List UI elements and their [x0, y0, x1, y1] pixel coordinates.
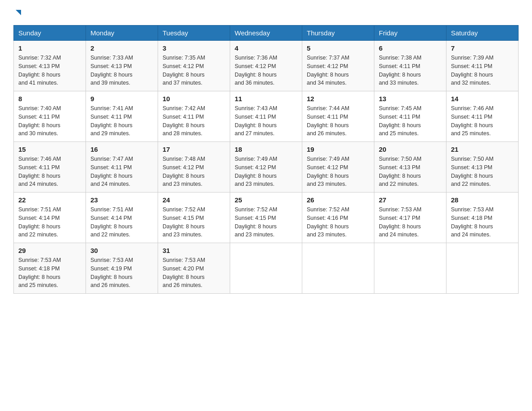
day-number: 16: [90, 146, 153, 153]
calendar-day-cell: 16 Sunrise: 7:47 AM Sunset: 4:11 PM Dayl…: [86, 142, 158, 193]
day-info: Sunrise: 7:43 AM Sunset: 4:11 PM Dayligh…: [235, 104, 297, 138]
day-number: 26: [307, 196, 369, 204]
calendar-day-cell: 13 Sunrise: 7:45 AM Sunset: 4:11 PM Dayl…: [374, 91, 446, 142]
calendar-day-cell: 20 Sunrise: 7:50 AM Sunset: 4:13 PM Dayl…: [374, 142, 446, 193]
day-number: 5: [307, 44, 369, 52]
weekday-header-saturday: Saturday: [446, 26, 519, 41]
calendar-day-cell: 18 Sunrise: 7:49 AM Sunset: 4:12 PM Dayl…: [230, 142, 302, 193]
day-number: 10: [163, 95, 225, 103]
day-number: 6: [379, 44, 442, 52]
calendar-day-cell: 23 Sunrise: 7:51 AM Sunset: 4:14 PM Dayl…: [86, 193, 158, 243]
day-info: Sunrise: 7:51 AM Sunset: 4:14 PM Dayligh…: [18, 206, 81, 239]
day-number: 29: [18, 247, 81, 254]
calendar-day-cell: 9 Sunrise: 7:41 AM Sunset: 4:11 PM Dayli…: [86, 91, 158, 142]
calendar-day-cell: 11 Sunrise: 7:43 AM Sunset: 4:11 PM Dayl…: [230, 91, 302, 142]
day-number: 2: [90, 44, 153, 52]
day-info: Sunrise: 7:53 AM Sunset: 4:17 PM Dayligh…: [379, 206, 442, 239]
day-info: Sunrise: 7:42 AM Sunset: 4:11 PM Dayligh…: [163, 104, 225, 138]
day-number: 3: [163, 44, 225, 52]
day-number: 21: [451, 146, 514, 153]
calendar-day-cell: 3 Sunrise: 7:35 AM Sunset: 4:12 PM Dayli…: [158, 41, 230, 91]
day-info: Sunrise: 7:36 AM Sunset: 4:12 PM Dayligh…: [235, 54, 297, 87]
calendar-day-cell: 26 Sunrise: 7:52 AM Sunset: 4:16 PM Dayl…: [302, 193, 374, 243]
day-info: Sunrise: 7:52 AM Sunset: 4:16 PM Dayligh…: [307, 206, 369, 239]
day-info: Sunrise: 7:52 AM Sunset: 4:15 PM Dayligh…: [235, 206, 297, 239]
day-info: Sunrise: 7:46 AM Sunset: 4:11 PM Dayligh…: [451, 104, 514, 138]
weekday-header-tuesday: Tuesday: [158, 26, 230, 41]
day-info: Sunrise: 7:48 AM Sunset: 4:12 PM Dayligh…: [163, 155, 225, 188]
day-number: 27: [379, 196, 442, 204]
page-header: [13, 9, 519, 18]
day-number: 25: [235, 196, 297, 204]
day-info: Sunrise: 7:47 AM Sunset: 4:11 PM Dayligh…: [90, 155, 153, 188]
day-number: 20: [379, 146, 442, 153]
calendar-day-cell: 30 Sunrise: 7:53 AM Sunset: 4:19 PM Dayl…: [86, 243, 158, 294]
day-info: Sunrise: 7:41 AM Sunset: 4:11 PM Dayligh…: [90, 104, 153, 138]
day-number: 28: [451, 196, 514, 204]
weekday-header-thursday: Thursday: [302, 26, 374, 41]
day-info: Sunrise: 7:49 AM Sunset: 4:12 PM Dayligh…: [235, 155, 297, 188]
svg-marker-0: [16, 10, 21, 15]
day-info: Sunrise: 7:53 AM Sunset: 4:18 PM Dayligh…: [451, 206, 514, 239]
day-info: Sunrise: 7:53 AM Sunset: 4:20 PM Dayligh…: [163, 256, 225, 290]
day-info: Sunrise: 7:38 AM Sunset: 4:11 PM Dayligh…: [379, 54, 442, 87]
calendar-week-row: 8 Sunrise: 7:40 AM Sunset: 4:11 PM Dayli…: [14, 91, 519, 142]
day-number: 18: [235, 146, 297, 153]
calendar-week-row: 29 Sunrise: 7:53 AM Sunset: 4:18 PM Dayl…: [14, 243, 519, 294]
day-number: 11: [235, 95, 297, 103]
day-info: Sunrise: 7:33 AM Sunset: 4:13 PM Dayligh…: [90, 54, 153, 87]
calendar-day-cell: 22 Sunrise: 7:51 AM Sunset: 4:14 PM Dayl…: [14, 193, 86, 243]
day-info: Sunrise: 7:52 AM Sunset: 4:15 PM Dayligh…: [163, 206, 225, 239]
empty-cell: [302, 243, 374, 294]
calendar-week-row: 1 Sunrise: 7:32 AM Sunset: 4:13 PM Dayli…: [14, 41, 519, 91]
calendar-day-cell: 10 Sunrise: 7:42 AM Sunset: 4:11 PM Dayl…: [158, 91, 230, 142]
empty-cell: [446, 243, 519, 294]
calendar-day-cell: 7 Sunrise: 7:39 AM Sunset: 4:11 PM Dayli…: [446, 41, 519, 91]
day-number: 9: [90, 95, 153, 103]
day-info: Sunrise: 7:53 AM Sunset: 4:18 PM Dayligh…: [18, 256, 81, 290]
day-number: 15: [18, 146, 81, 153]
day-number: 31: [163, 247, 225, 254]
day-info: Sunrise: 7:51 AM Sunset: 4:14 PM Dayligh…: [90, 206, 153, 239]
day-number: 14: [451, 95, 514, 103]
calendar-day-cell: 19 Sunrise: 7:49 AM Sunset: 4:12 PM Dayl…: [302, 142, 374, 193]
day-number: 22: [18, 196, 81, 204]
calendar-day-cell: 31 Sunrise: 7:53 AM Sunset: 4:20 PM Dayl…: [158, 243, 230, 294]
day-info: Sunrise: 7:35 AM Sunset: 4:12 PM Dayligh…: [163, 54, 225, 87]
day-number: 7: [451, 44, 514, 52]
calendar-day-cell: 17 Sunrise: 7:48 AM Sunset: 4:12 PM Dayl…: [158, 142, 230, 193]
calendar-week-row: 22 Sunrise: 7:51 AM Sunset: 4:14 PM Dayl…: [14, 193, 519, 243]
day-info: Sunrise: 7:39 AM Sunset: 4:11 PM Dayligh…: [451, 54, 514, 87]
day-info: Sunrise: 7:32 AM Sunset: 4:13 PM Dayligh…: [18, 54, 81, 87]
day-number: 8: [18, 95, 81, 103]
calendar-day-cell: 1 Sunrise: 7:32 AM Sunset: 4:13 PM Dayli…: [14, 41, 86, 91]
day-number: 30: [90, 247, 153, 254]
day-number: 1: [18, 44, 81, 52]
day-info: Sunrise: 7:46 AM Sunset: 4:11 PM Dayligh…: [18, 155, 81, 188]
calendar-header-row: SundayMondayTuesdayWednesdayThursdayFrid…: [14, 26, 519, 41]
weekday-header-sunday: Sunday: [14, 26, 86, 41]
weekday-header-friday: Friday: [374, 26, 446, 41]
calendar-day-cell: 21 Sunrise: 7:50 AM Sunset: 4:13 PM Dayl…: [446, 142, 519, 193]
calendar-day-cell: 12 Sunrise: 7:44 AM Sunset: 4:11 PM Dayl…: [302, 91, 374, 142]
calendar-day-cell: 8 Sunrise: 7:40 AM Sunset: 4:11 PM Dayli…: [14, 91, 86, 142]
calendar-week-row: 15 Sunrise: 7:46 AM Sunset: 4:11 PM Dayl…: [14, 142, 519, 193]
calendar-day-cell: 14 Sunrise: 7:46 AM Sunset: 4:11 PM Dayl…: [446, 91, 519, 142]
weekday-header-wednesday: Wednesday: [230, 26, 302, 41]
day-info: Sunrise: 7:44 AM Sunset: 4:11 PM Dayligh…: [307, 104, 369, 138]
day-info: Sunrise: 7:50 AM Sunset: 4:13 PM Dayligh…: [379, 155, 442, 188]
day-number: 13: [379, 95, 442, 103]
calendar-day-cell: 28 Sunrise: 7:53 AM Sunset: 4:18 PM Dayl…: [446, 193, 519, 243]
day-number: 4: [235, 44, 297, 52]
day-number: 24: [163, 196, 225, 204]
day-info: Sunrise: 7:37 AM Sunset: 4:12 PM Dayligh…: [307, 54, 369, 87]
day-info: Sunrise: 7:50 AM Sunset: 4:13 PM Dayligh…: [451, 155, 514, 188]
empty-cell: [374, 243, 446, 294]
day-number: 23: [90, 196, 153, 204]
day-info: Sunrise: 7:49 AM Sunset: 4:12 PM Dayligh…: [307, 155, 369, 188]
empty-cell: [230, 243, 302, 294]
day-number: 12: [307, 95, 369, 103]
calendar-table: SundayMondayTuesdayWednesdayThursdayFrid…: [13, 25, 519, 294]
day-info: Sunrise: 7:40 AM Sunset: 4:11 PM Dayligh…: [18, 104, 81, 138]
calendar-day-cell: 15 Sunrise: 7:46 AM Sunset: 4:11 PM Dayl…: [14, 142, 86, 193]
